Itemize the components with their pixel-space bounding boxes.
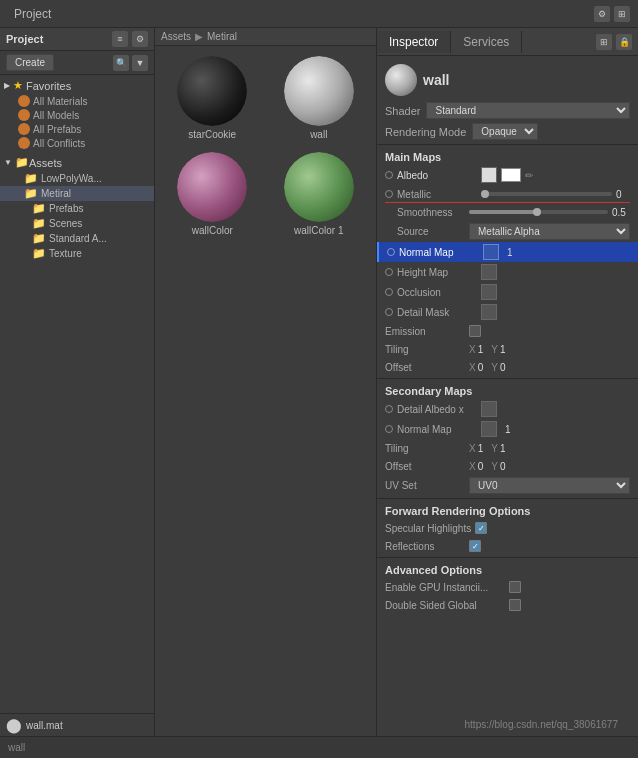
metallic-slider[interactable]: [481, 192, 612, 196]
prop-emission: Emission: [377, 322, 638, 340]
fav-item-models[interactable]: All Models: [0, 108, 154, 122]
shader-label: Shader: [385, 105, 420, 117]
metallic-slider-thumb: [481, 190, 489, 198]
shader-row: Shader Standard: [377, 100, 638, 121]
offset-xy: X 0 Y 0: [469, 362, 630, 373]
smoothness-value: 0.5: [612, 207, 630, 218]
prop-sec-offset: Offset X 0 Y 0: [377, 457, 638, 475]
source-label: Source: [385, 226, 465, 237]
inspector-layout-icon[interactable]: ⊞: [596, 34, 612, 50]
albedo-texture[interactable]: [481, 167, 497, 183]
prop-sec-tiling: Tiling X 1 Y 1: [377, 439, 638, 457]
tab-project[interactable]: Project: [0, 0, 65, 28]
normal-map2-value: 1: [505, 424, 511, 435]
uv-set-dropdown[interactable]: UV0: [469, 477, 630, 494]
asset-item-wall[interactable]: wall: [268, 52, 371, 144]
rendering-mode-dropdown[interactable]: Opaque: [472, 123, 538, 140]
double-sided-label: Double Sided Global: [385, 600, 505, 611]
albedo-edit-icon[interactable]: ✏: [525, 170, 533, 181]
bottom-mat-icon: ⬤: [6, 717, 22, 733]
height-map-texture[interactable]: [481, 264, 497, 280]
settings-icon[interactable]: ⚙: [594, 6, 610, 22]
assets-header[interactable]: ▼ 📁 Assets: [0, 154, 154, 171]
filter-icon[interactable]: ▼: [132, 55, 148, 71]
tab-services[interactable]: Services: [451, 31, 522, 53]
emission-label: Emission: [385, 326, 465, 337]
advanced-options-header: Advanced Options: [377, 560, 638, 578]
normal-map2-label: Normal Map: [397, 424, 477, 435]
smoothness-slider[interactable]: [469, 210, 608, 214]
favorites-header[interactable]: ▶ ★ Favorites: [0, 77, 154, 94]
albedo-circle: [385, 171, 393, 179]
wallcolor-label: wallColor: [192, 225, 233, 236]
wallcolor1-label: wallColor 1: [294, 225, 343, 236]
asset-item-starcookie[interactable]: starCookie: [161, 52, 264, 144]
emission-checkbox[interactable]: [469, 325, 481, 337]
normal-map2-texture[interactable]: [481, 421, 497, 437]
fav-item-materials[interactable]: All Materials: [0, 94, 154, 108]
inspector-tabs: Inspector Services ⊞ 🔒: [377, 28, 638, 56]
prop-normal-map: Normal Map 1: [377, 242, 638, 262]
tab-inspector-label: Inspector: [389, 35, 438, 49]
prop-tiling: Tiling X 1 Y 1: [377, 340, 638, 358]
breadcrumb-assets[interactable]: Assets: [161, 31, 191, 42]
layout-icon[interactable]: ⊞: [614, 6, 630, 22]
gpu-instancing-label: Enable GPU Instancii...: [385, 582, 505, 593]
detail-albedo-label: Detail Albedo x: [397, 404, 477, 415]
albedo-color-swatch[interactable]: [501, 168, 521, 182]
tree-item-standard-label: Standard A...: [49, 233, 107, 244]
fav-item-conflicts[interactable]: All Conflicts: [0, 136, 154, 150]
divider-3: [377, 498, 638, 499]
shader-dropdown[interactable]: Standard: [426, 102, 630, 119]
project-title: Project: [6, 33, 108, 45]
prop-double-sided: Double Sided Global: [377, 596, 638, 614]
source-dropdown[interactable]: Metallic Alpha: [469, 223, 630, 240]
tree-item-standard[interactable]: 📁 Standard A...: [0, 231, 154, 246]
metiral-folder-icon: 📁: [24, 187, 38, 200]
gpu-instancing-checkbox[interactable]: [509, 581, 521, 593]
tree-item-texture[interactable]: 📁 Texture: [0, 246, 154, 261]
inspector-lock-icon[interactable]: 🔒: [616, 34, 632, 50]
reflections-checkbox[interactable]: [469, 540, 481, 552]
detail-mask-texture[interactable]: [481, 304, 497, 320]
top-tab-bar: Project ⚙ ⊞: [0, 0, 638, 28]
prop-gpu-instancing: Enable GPU Instancii...: [377, 578, 638, 596]
detail-mask-label: Detail Mask: [397, 307, 477, 318]
prop-normal-map2: Normal Map 1: [377, 419, 638, 439]
breadcrumb-metiral[interactable]: Metiral: [207, 31, 237, 42]
tree-item-metiral[interactable]: 📁 Metiral: [0, 186, 154, 201]
left-bottom-bar: ⬤ wall.mat: [0, 713, 154, 736]
smoothness-slider-container: 0.5: [469, 207, 630, 218]
tree-item-lowpoly[interactable]: 📁 LowPolyWa...: [0, 171, 154, 186]
star-icon: ★: [13, 79, 23, 92]
normal-map-circle: [387, 248, 395, 256]
create-button[interactable]: Create: [6, 54, 54, 71]
tab-project-label: Project: [14, 7, 51, 21]
fav-item-conflicts-label: All Conflicts: [33, 138, 85, 149]
menu-icon[interactable]: ≡: [112, 31, 128, 47]
normal-map2-circle: [385, 425, 393, 433]
occlusion-texture[interactable]: [481, 284, 497, 300]
height-map-label: Height Map: [397, 267, 477, 278]
starcookie-sphere: [177, 56, 247, 126]
normal-map-texture[interactable]: [483, 244, 499, 260]
asset-item-wallcolor1[interactable]: wallColor 1: [268, 148, 371, 240]
prop-reflections: Reflections: [377, 537, 638, 555]
double-sided-checkbox[interactable]: [509, 599, 521, 611]
tab-inspector[interactable]: Inspector: [377, 31, 451, 53]
prop-metallic: Metallic 0: [377, 185, 638, 203]
asset-item-wallcolor[interactable]: wallColor: [161, 148, 264, 240]
fav-item-prefabs[interactable]: All Prefabs: [0, 122, 154, 136]
gear-icon[interactable]: ⚙: [132, 31, 148, 47]
search-left-icon[interactable]: 🔍: [113, 55, 129, 71]
prop-uv-set: UV Set UV0: [377, 475, 638, 496]
left-panel: Project ≡ ⚙ Create 🔍 ▼ ▶ ★ Favorites All…: [0, 28, 155, 736]
inspector-tab-icons: ⊞ 🔒: [596, 34, 638, 50]
create-bar: Create 🔍 ▼: [0, 51, 154, 75]
tree-item-scenes[interactable]: 📁 Scenes: [0, 216, 154, 231]
tree-item-prefabs[interactable]: 📁 Prefabs: [0, 201, 154, 216]
detail-albedo-texture[interactable]: [481, 401, 497, 417]
forward-rendering-header: Forward Rendering Options: [377, 501, 638, 519]
sec-tiling-x: X 1: [469, 443, 483, 454]
specular-highlights-checkbox[interactable]: [475, 522, 487, 534]
